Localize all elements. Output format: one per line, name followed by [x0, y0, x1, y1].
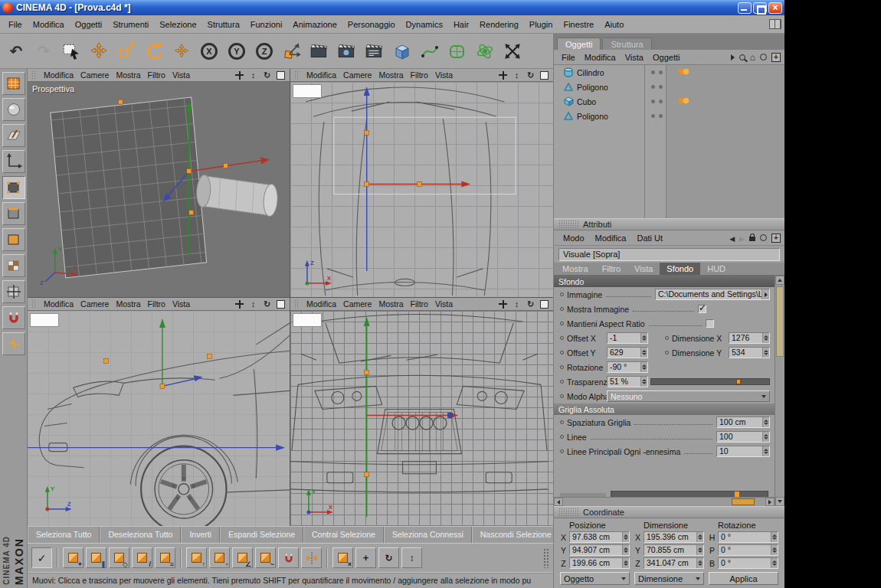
viewport-pan-icon[interactable]: [498, 70, 508, 80]
panel-grip[interactable]: [558, 508, 578, 517]
menu-funzioni[interactable]: Funzioni: [245, 18, 288, 31]
panel-grip[interactable]: [294, 70, 300, 80]
tab-oggetti[interactable]: Oggetti: [557, 38, 601, 50]
viewport-maximize-icon[interactable]: [276, 70, 286, 80]
size-mode-dropdown[interactable]: Dimensione: [634, 572, 704, 585]
viewport-rotate-icon[interactable]: [526, 299, 535, 309]
browse-file-button[interactable]: [761, 289, 769, 299]
dimensione-x-field[interactable]: 1276: [729, 332, 770, 344]
object-row-poligono-1[interactable]: Poligono: [554, 80, 784, 94]
viewport-pan-icon[interactable]: [234, 70, 244, 80]
link-icon[interactable]: [760, 234, 767, 241]
spline-tool-icon[interactable]: [417, 37, 443, 66]
menu-animazione[interactable]: Animazione: [287, 18, 342, 31]
top-view-canvas[interactable]: Z X: [290, 82, 553, 297]
vp-menu-modifica[interactable]: Modifica: [306, 299, 336, 309]
knife-tool-icon[interactable]: /: [132, 547, 152, 568]
front-view-canvas[interactable]: Y X: [290, 311, 553, 526]
menu-personaggio[interactable]: Personaggio: [342, 18, 401, 31]
modeling-object-icon[interactable]: [472, 37, 498, 66]
coordinates-panel-header[interactable]: Coordinate: [554, 506, 784, 518]
vp-menu-vista[interactable]: Vista: [435, 70, 453, 80]
viewport-pan-icon[interactable]: [498, 299, 508, 309]
panel-grip[interactable]: [558, 220, 578, 229]
home-icon[interactable]: [750, 52, 755, 63]
tab-mostra[interactable]: Mostra: [555, 263, 595, 275]
menu-strumenti[interactable]: Strumenti: [107, 18, 154, 31]
section-sfondo[interactable]: Sfondo: [554, 276, 775, 287]
spaziatura-field[interactable]: 100 cm: [716, 416, 770, 428]
vp-menu-filtro[interactable]: Filtro: [148, 70, 165, 80]
rotazione-field[interactable]: -90 °: [607, 361, 648, 373]
snap-settings-icon[interactable]: [2, 306, 25, 329]
texture-axis-mode-icon[interactable]: [2, 280, 25, 303]
size-y-field[interactable]: 70.855 cm: [644, 544, 704, 556]
offset-y-field[interactable]: 629: [607, 347, 648, 358]
offset-x-field[interactable]: -1: [607, 332, 648, 344]
menu-finestre[interactable]: Finestre: [558, 18, 599, 31]
viewport-zoom-icon[interactable]: [512, 299, 522, 309]
texture-tag-mode-icon[interactable]: [2, 254, 25, 277]
seleziona-tutto-button[interactable]: Seleziona Tutto: [28, 527, 100, 543]
vp-menu-modifica[interactable]: Modifica: [44, 70, 74, 80]
arrange-icon[interactable]: [499, 37, 526, 66]
primitive-cube-icon[interactable]: [389, 37, 415, 66]
vp-menu-filtro[interactable]: Filtro: [148, 299, 165, 309]
vp-menu-mostra[interactable]: Mostra: [378, 299, 403, 309]
object-row-cubo[interactable]: Cubo: [554, 94, 784, 109]
menu-dynamics[interactable]: Dynamics: [401, 18, 448, 31]
edges-mode-icon[interactable]: [2, 202, 25, 225]
undo-icon[interactable]: [3, 37, 29, 66]
visibility-toggles[interactable]: [644, 70, 669, 74]
object-axis[interactable]: [364, 87, 471, 271]
om-menu-modifica[interactable]: Modifica: [581, 52, 620, 63]
lock-icon[interactable]: [749, 237, 755, 241]
vp-menu-mostra[interactable]: Mostra: [116, 299, 140, 309]
linee-field[interactable]: 100: [716, 431, 770, 443]
visibility-toggles[interactable]: [644, 100, 669, 103]
history-back-icon[interactable]: [729, 234, 735, 243]
attributes-panel-header[interactable]: Attributi: [554, 218, 784, 230]
tab-filtro[interactable]: Filtro: [595, 263, 627, 275]
viewport-rotate-icon[interactable]: [262, 70, 272, 80]
close-hole-icon[interactable]: ≡: [155, 547, 175, 568]
rotate-nudge-icon[interactable]: ↻: [378, 547, 399, 568]
vp-menu-vista[interactable]: Vista: [172, 299, 190, 309]
create-point-icon[interactable]: +: [63, 547, 84, 568]
menu-modifica[interactable]: Modifica: [28, 18, 70, 31]
section-griglia-assoluta[interactable]: Griglia Assoluta: [554, 403, 775, 415]
rotation-h-field[interactable]: 0 °: [718, 531, 778, 543]
scroll-down-icon[interactable]: [775, 497, 784, 506]
points-mode-icon[interactable]: [2, 176, 25, 199]
inverti-button[interactable]: Inverti: [181, 527, 220, 543]
viewport-maximize-icon[interactable]: [539, 70, 549, 80]
seleziona-connessi-button[interactable]: Seleziona Connessi: [384, 527, 472, 543]
trasparenza-field[interactable]: 51 %: [607, 376, 648, 387]
selection-filter-icon[interactable]: [31, 547, 52, 568]
bevel-tool-icon[interactable]: ∠: [232, 547, 253, 568]
om-menu-oggetti[interactable]: Oggetti: [649, 52, 683, 63]
palette-menu-icon[interactable]: [543, 548, 549, 568]
menu-struttura[interactable]: Struttura: [202, 18, 245, 31]
scroll-left-icon[interactable]: [554, 498, 563, 506]
immagine-field[interactable]: C:\Documents and Settings\Luc: [655, 289, 770, 300]
viewport-maximize-icon[interactable]: [276, 299, 286, 309]
nascondi-selezione-button[interactable]: Nascondi Selezione: [472, 527, 553, 543]
tab-hud[interactable]: HUD: [700, 263, 732, 275]
clipped-slider[interactable]: [611, 491, 768, 497]
visibility-toggles[interactable]: [644, 114, 669, 118]
redo-icon[interactable]: [31, 37, 57, 66]
viewport-rotate-icon[interactable]: [526, 70, 535, 80]
deseleziona-tutto-button[interactable]: Deseleziona Tutto: [100, 527, 181, 543]
scroll-up-icon[interactable]: [775, 276, 784, 285]
texture-mode-icon[interactable]: [2, 124, 25, 147]
position-x-field[interactable]: 97.638 cm: [569, 531, 630, 543]
rotate-tool-icon[interactable]: [141, 37, 167, 66]
panel-grip[interactable]: [294, 299, 300, 309]
vp-menu-vista[interactable]: Vista: [172, 70, 190, 80]
rotation-b-field[interactable]: 0 °: [718, 557, 778, 569]
mantieni-aspect-checkbox[interactable]: [706, 319, 714, 328]
coordinate-system-icon[interactable]: [279, 37, 305, 66]
scroll-right-icon[interactable]: [765, 498, 775, 506]
add-panel-icon[interactable]: +: [771, 234, 781, 243]
